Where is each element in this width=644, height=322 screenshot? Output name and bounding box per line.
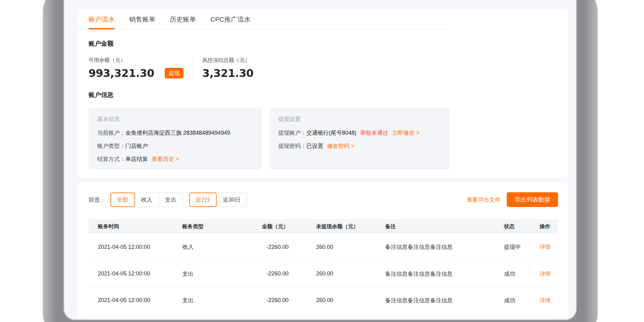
withdraw-account-row: 提现账户：交通银行(尾号8048)审核未通过立即修改 > (278, 130, 441, 136)
cell-amount: -2260.00 (261, 234, 289, 260)
cell-status: 成功 (504, 260, 540, 287)
cell-amount: -2260.00 (261, 287, 289, 314)
change-password-link[interactable]: 修改密码 > (327, 143, 355, 149)
audit-failed-badge: 审核未通过 (360, 130, 388, 136)
col-header-status: 状态 (504, 219, 540, 234)
app-screen: 账户流水 销售账单 历史账单 CPC推广流水 账户金额 可用余额（元） 993,… (64, 0, 576, 319)
basic-info-box: 基本信息 当前账户：金鱼便利店海淀西三旗 283848489494949 账户类… (88, 108, 262, 170)
cell-time: 2021-04-05 12:00:00 (88, 287, 182, 314)
flow-table: 账务时间 账务类型 金额（元） 未提现余额（元） 备注 状态 操作 2021-0… (88, 219, 558, 314)
withdraw-password-label: 提现密码： (278, 143, 306, 149)
withdraw-password-value: 已设置 (306, 143, 323, 149)
withdraw-button[interactable]: 提现 (165, 68, 184, 78)
available-balance-value: 993,321.30 (88, 67, 154, 79)
filter-label: 筛选： (88, 196, 105, 204)
type-filter-group: 全部 收入 支出 (110, 193, 183, 207)
detail-link[interactable]: 详情 (540, 244, 551, 250)
table-row: 2021-04-05 12:00:00 支出 -2260.00 260.00 备… (88, 260, 558, 287)
withdraw-settings-title: 提现设置 (278, 115, 441, 123)
frozen-balance-block: 风控冻结总额（元） 3,321.30 (193, 57, 254, 79)
filter-30days-button[interactable]: 近30日 (217, 193, 247, 207)
basic-info-box-title: 基本信息 (97, 115, 253, 123)
detail-link[interactable]: 详情 (540, 271, 551, 277)
tab-sales-bill[interactable]: 销售账单 (129, 9, 155, 29)
cell-type: 支出 (182, 260, 261, 287)
cell-note: 备注信息备注信息备注信息 (385, 287, 504, 314)
cell-type: 收入 (182, 234, 261, 260)
cell-status: 提现中 (504, 234, 540, 260)
col-header-amount: 金额（元） (261, 219, 289, 234)
filter-income-button[interactable]: 收入 (135, 193, 159, 207)
available-balance-block: 可用余额（元） 993,321.30 提现 (88, 57, 193, 79)
cell-status: 成功 (504, 287, 540, 314)
flow-list-card: 筛选： 全部 收入 支出 近7日 近30日 查看导出文件 导出列表数据 账务时间 (78, 182, 568, 319)
cell-time: 2021-04-05 12:00:00 (88, 260, 182, 287)
range-filter-group: 近7日 近30日 (189, 193, 247, 207)
cell-balance: 260.00 (289, 287, 385, 314)
current-account-label: 当前账户： (97, 130, 125, 136)
account-info-boxes: 基本信息 当前账户：金鱼便利店海淀西三旗 283848489494949 账户类… (88, 108, 558, 170)
cell-note: 备注信息备注信息备注信息 (385, 260, 504, 287)
view-export-files-button[interactable]: 查看导出文件 (467, 196, 501, 204)
col-header-type: 账务类型 (182, 219, 261, 234)
tab-bar: 账户流水 销售账单 历史账单 CPC推广流水 (88, 9, 558, 29)
withdraw-settings-box: 提现设置 提现账户：交通银行(尾号8048)审核未通过立即修改 > 提现密码：已… (269, 108, 450, 170)
table-header-row: 账务时间 账务类型 金额（元） 未提现余额（元） 备注 状态 操作 (88, 219, 558, 234)
modify-now-link[interactable]: 立即修改 > (392, 130, 420, 136)
tab-history-bill[interactable]: 历史账单 (170, 9, 196, 29)
view-history-link[interactable]: 查看历史 > (152, 156, 179, 162)
filter-7days-button[interactable]: 近7日 (189, 193, 217, 207)
balance-row: 可用余额（元） 993,321.30 提现 风控冻结总额（元） 3,321.30 (88, 57, 558, 79)
account-type-value: 门店账户 (125, 143, 148, 149)
account-amount-title: 账户金额 (88, 39, 558, 48)
tab-account-flow[interactable]: 账户流水 (88, 9, 115, 29)
current-account-row: 当前账户：金鱼便利店海淀西三旗 283848489494949 (97, 130, 253, 136)
cell-balance: 260.00 (289, 234, 385, 260)
detail-link[interactable]: 详情 (540, 297, 551, 304)
account-type-row: 账户类型：门店账户 (97, 143, 253, 149)
settlement-value: 单店结算 (125, 156, 148, 162)
settlement-label: 结算方式： (97, 156, 125, 162)
tab-cpc-flow[interactable]: CPC推广流水 (210, 9, 250, 29)
table-row: 2021-04-05 12:00:00 收入 -2260.00 260.00 备… (88, 234, 558, 260)
cell-time: 2021-04-05 12:00:00 (88, 234, 182, 260)
cell-balance: 260.00 (289, 260, 385, 287)
col-header-note: 备注 (385, 219, 504, 234)
col-header-action: 操作 (540, 219, 558, 234)
filter-row: 筛选： 全部 收入 支出 近7日 近30日 查看导出文件 导出列表数据 (88, 182, 558, 207)
cell-type: 支出 (182, 287, 261, 314)
withdraw-password-row: 提现密码：已设置修改密码 > (278, 143, 441, 149)
frozen-balance-label: 风控冻结总额（元） (202, 57, 254, 64)
cell-note: 备注信息备注信息备注信息 (385, 234, 504, 260)
col-header-balance: 未提现余额（元） (289, 219, 385, 234)
account-info-title: 账户信息 (88, 91, 558, 99)
cell-amount: -2260.00 (261, 260, 289, 287)
frozen-balance-value: 3,321.30 (202, 67, 254, 79)
account-overview-card: 账户流水 销售账单 历史账单 CPC推广流水 账户金额 可用余额（元） 993,… (78, 9, 568, 177)
col-header-time: 账务时间 (88, 219, 182, 234)
tabs-divider (78, 29, 448, 30)
withdraw-account-label: 提现账户： (278, 130, 306, 136)
filter-all-button[interactable]: 全部 (111, 193, 135, 207)
filter-expense-button[interactable]: 支出 (159, 193, 183, 207)
table-row: 2021-04-05 12:00:00 支出 -2260.00 260.00 备… (88, 287, 558, 314)
settlement-row: 结算方式：单店结算查看历史 > (97, 156, 253, 162)
available-balance-label: 可用余额（元） (88, 57, 193, 64)
account-type-label: 账户类型： (97, 143, 125, 149)
export-list-data-button[interactable]: 导出列表数据 (507, 192, 558, 207)
withdraw-account-value: 交通银行(尾号8048) (306, 130, 356, 136)
current-account-value: 金鱼便利店海淀西三旗 283848489494949 (125, 130, 230, 136)
